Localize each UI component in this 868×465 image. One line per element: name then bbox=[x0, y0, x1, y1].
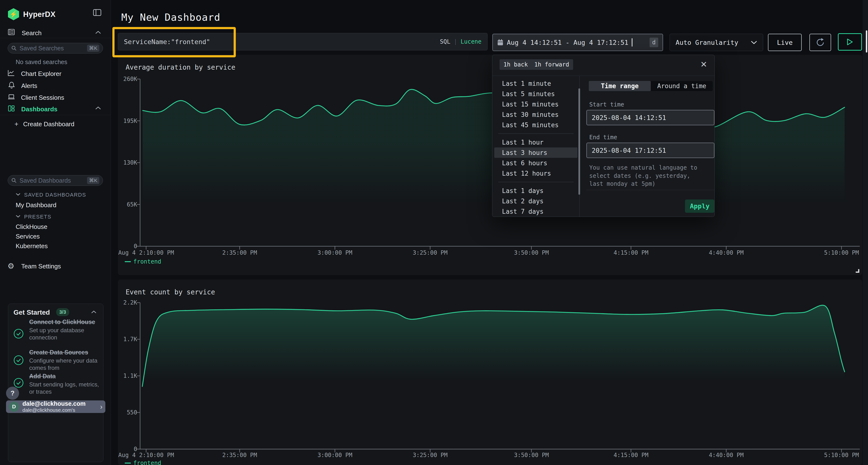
get-started-item[interactable]: Add Data Start sending logs, metrics, or… bbox=[29, 372, 100, 396]
saved-dashboards-placeholder: Saved Dashboards bbox=[20, 177, 84, 184]
saved-dashboards-input[interactable]: Saved Dashboards ⌘K bbox=[8, 175, 103, 186]
dashboards-chevron-up-icon[interactable] bbox=[95, 106, 101, 110]
sidebar-item-client-sessions[interactable]: Client Sessions bbox=[21, 94, 64, 101]
quick-range-last-1-days[interactable]: Last 1 days bbox=[492, 186, 579, 196]
panel-resize-handle[interactable] bbox=[856, 269, 859, 273]
hyperdx-logo-icon: ⚡ bbox=[8, 8, 19, 20]
user-account-chip[interactable]: D dale@clickhouse.com dale@clickhouse.co… bbox=[6, 400, 105, 413]
dashboards-grid-icon bbox=[8, 105, 15, 112]
legend-label: frontend bbox=[133, 258, 161, 265]
get-started-card: Get Started 3/3 Connect to ClickHouse Se… bbox=[8, 304, 103, 462]
play-button[interactable] bbox=[838, 33, 862, 51]
apply-button[interactable]: Apply bbox=[685, 199, 714, 213]
quick-range-last-6-hours[interactable]: Last 6 hours bbox=[492, 158, 579, 168]
line-chart-avg-duration[interactable] bbox=[118, 55, 862, 275]
get-started-item[interactable]: Connect to ClickHouse Set up your databa… bbox=[29, 318, 100, 341]
x-axis-tick-label: 5:10:00 PM bbox=[824, 452, 859, 459]
alerts-bell-icon bbox=[8, 82, 15, 89]
time-range-text: Aug 4 14:12:51 - Aug 4 17:12:51 bbox=[507, 39, 628, 46]
get-started-item[interactable]: Create Data Sources Configure where your… bbox=[29, 348, 100, 372]
x-axis-tick-label: 5:10:00 PM bbox=[824, 250, 859, 256]
get-started-item-desc: Configure where your data comes from bbox=[29, 357, 100, 372]
check-circle-icon bbox=[13, 355, 24, 365]
popup-tabs: Time range Around a time bbox=[589, 81, 713, 91]
sidebar-item-services[interactable]: Services bbox=[16, 233, 40, 240]
close-icon[interactable]: ✕ bbox=[701, 60, 707, 68]
sidebar-item-dashboards[interactable]: Dashboards bbox=[21, 105, 57, 113]
start-time-input[interactable]: 2025-08-04 14:12:51 bbox=[586, 110, 714, 125]
saved-section-chevron-down-icon[interactable] bbox=[16, 193, 21, 196]
legend-swatch bbox=[125, 463, 131, 464]
sql-toggle[interactable]: SQL bbox=[440, 38, 450, 45]
quick-range-last-45-minutes[interactable]: Last 45 minutes bbox=[492, 120, 579, 130]
quick-range-last-12-hours[interactable]: Last 12 hours bbox=[492, 168, 579, 178]
quick-range-last-15-minutes[interactable]: Last 15 minutes bbox=[492, 99, 579, 109]
list-scrollbar-thumb[interactable] bbox=[579, 89, 580, 195]
sidebar-item-search[interactable]: Search bbox=[22, 29, 41, 37]
section-presets[interactable]: PRESETS bbox=[24, 214, 51, 220]
x-axis-tick-label: 3:00:00 PM bbox=[317, 250, 352, 256]
y-axis-tick-label: 260K bbox=[118, 76, 137, 82]
chevron-down-icon bbox=[751, 41, 757, 44]
no-saved-searches-text: No saved searches bbox=[16, 59, 67, 66]
saved-searches-input[interactable]: Saved Searches ⌘K bbox=[8, 43, 103, 54]
search-chevron-up-icon[interactable] bbox=[95, 31, 101, 34]
get-started-item-title: Connect to ClickHouse bbox=[29, 318, 100, 326]
legend-label: frontend bbox=[133, 460, 161, 465]
quick-range-last-1-minute[interactable]: Last 1 minute bbox=[492, 78, 579, 89]
quick-range-last-14-days[interactable]: Last 14 days bbox=[492, 217, 579, 217]
sidebar-item-chart-explorer[interactable]: Chart Explorer bbox=[21, 70, 61, 77]
query-search-input[interactable]: ServiceName:"frontend" SQL | Lucene bbox=[118, 33, 488, 51]
shift-back-button[interactable]: 1h back bbox=[500, 59, 532, 70]
chart-legend[interactable]: frontend bbox=[125, 258, 161, 265]
search-icon bbox=[11, 45, 17, 51]
saved-searches-placeholder: Saved Searches bbox=[20, 45, 84, 52]
shift-forward-button[interactable]: 1h forward bbox=[530, 59, 573, 70]
natural-language-hint: You can use natural language to select d… bbox=[589, 164, 703, 188]
x-axis-tick-label: 3:25:00 PM bbox=[413, 250, 448, 256]
quick-range-last-7-days[interactable]: Last 7 days bbox=[492, 206, 579, 217]
page-title: My New Dashboard bbox=[121, 11, 220, 23]
quick-range-last-3-hours[interactable]: Last 3 hours bbox=[494, 147, 578, 158]
granularity-select[interactable]: Auto Granularity bbox=[670, 34, 763, 51]
time-range-input[interactable]: Aug 4 14:12:51 - Aug 4 17:12:51 d bbox=[492, 34, 663, 51]
quick-range-last-5-minutes[interactable]: Last 5 minutes bbox=[492, 89, 579, 99]
refresh-button[interactable] bbox=[809, 34, 831, 51]
live-button[interactable]: Live bbox=[768, 34, 802, 51]
window-scrollbar-thumb[interactable] bbox=[866, 30, 867, 53]
help-button[interactable]: ? bbox=[6, 387, 19, 400]
sidebar-item-team-settings[interactable]: Team Settings bbox=[21, 263, 61, 270]
section-saved-dashboards[interactable]: SAVED DASHBOARDS bbox=[24, 192, 86, 198]
quick-range-last-1-hour[interactable]: Last 1 hour bbox=[492, 137, 579, 147]
sidebar-item-clickhouse[interactable]: ClickHouse bbox=[16, 223, 48, 231]
tab-around-a-time[interactable]: Around a time bbox=[651, 81, 713, 91]
divider bbox=[586, 190, 714, 190]
tab-time-range[interactable]: Time range bbox=[589, 81, 651, 91]
granularity-value: Auto Granularity bbox=[676, 39, 738, 46]
get-started-chevron-up-icon[interactable] bbox=[91, 310, 96, 313]
get-started-item-desc: Start sending logs, metrics, or traces bbox=[29, 381, 100, 396]
line-chart-event-count[interactable] bbox=[118, 279, 862, 465]
get-started-title: Get Started bbox=[13, 309, 50, 317]
create-dashboard-button[interactable]: Create Dashboard bbox=[23, 121, 74, 128]
sidebar-item-my-dashboard[interactable]: My Dashboard bbox=[16, 201, 56, 209]
y-axis-tick-label: 1.7K bbox=[118, 336, 137, 343]
sidebar-collapse-icon[interactable] bbox=[93, 9, 101, 16]
quick-range-last-2-days[interactable]: Last 2 days bbox=[492, 196, 579, 206]
search-nav-icon bbox=[8, 29, 15, 36]
play-icon bbox=[847, 38, 853, 45]
x-axis-tick-label: 4:15:00 PM bbox=[614, 250, 649, 256]
check-circle-icon bbox=[13, 378, 24, 388]
window-scrollbar-track bbox=[863, 0, 868, 465]
presets-chevron-down-icon[interactable] bbox=[16, 215, 21, 218]
lucene-toggle[interactable]: Lucene bbox=[461, 38, 482, 45]
sidebar-item-kubernetes[interactable]: Kubernetes bbox=[16, 242, 48, 250]
chart-legend[interactable]: frontend bbox=[125, 460, 161, 465]
sidebar-item-alerts[interactable]: Alerts bbox=[21, 82, 37, 90]
legend-swatch bbox=[125, 261, 131, 262]
end-time-input[interactable]: 2025-08-04 17:12:51 bbox=[586, 143, 714, 158]
quick-range-last-30-minutes[interactable]: Last 30 minutes bbox=[492, 109, 579, 120]
x-axis-tick-label: 3:50:00 PM bbox=[514, 452, 549, 459]
divider bbox=[498, 182, 574, 182]
divider bbox=[0, 115, 111, 115]
